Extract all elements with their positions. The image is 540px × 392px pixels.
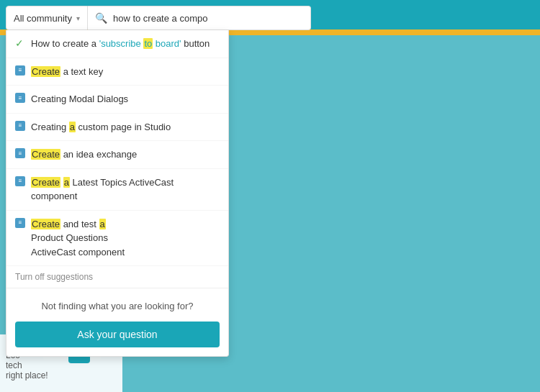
search-bar: All community ▾ 🔍 xyxy=(0,6,540,30)
chevron-down-icon: ▾ xyxy=(76,14,80,22)
bottom-line-3: tech xyxy=(6,360,117,370)
doc-icon: ≡ xyxy=(15,218,25,228)
turn-off-suggestions[interactable]: Turn off suggestions xyxy=(6,266,228,288)
not-finding-section: Not finding what you are looking for? As… xyxy=(6,288,228,356)
result-text: How to create a 'subscribe to board' but… xyxy=(31,37,210,51)
search-input[interactable] xyxy=(113,13,303,24)
doc-icon: ≡ xyxy=(15,121,25,131)
search-icon: 🔍 xyxy=(95,12,107,24)
search-result-item[interactable]: ≡ Create an idea exchange xyxy=(6,141,228,169)
search-result-item[interactable]: ≡ Create a text key xyxy=(6,58,228,86)
search-result-item[interactable]: ≡ Create and test a Product Questions Ac… xyxy=(6,211,228,267)
filter-label: All community xyxy=(14,13,72,24)
result-text: Create a text key xyxy=(31,65,103,79)
doc-icon: ≡ xyxy=(15,148,25,158)
dropdown-results-list[interactable]: ✓ How to create a 'subscribe to board' b… xyxy=(6,30,228,266)
bottom-line-4: right place! xyxy=(6,370,117,380)
result-text: Creating a custom page in Studio xyxy=(31,120,171,135)
filter-dropdown-button[interactable]: All community ▾ xyxy=(6,6,88,30)
search-result-item[interactable]: ≡ Create a Latest Topics ActiveCast comp… xyxy=(6,169,228,211)
doc-icon: ≡ xyxy=(15,176,25,186)
result-text: Creating Modal Dialogs xyxy=(31,92,128,106)
search-dropdown: ✓ How to create a 'subscribe to board' b… xyxy=(6,30,229,357)
doc-icon: ≡ xyxy=(15,93,25,103)
search-input-wrapper: 🔍 xyxy=(88,6,311,30)
result-text: Create and test a Product Questions Acti… xyxy=(31,217,125,260)
search-result-item[interactable]: ≡ Creating Modal Dialogs xyxy=(6,86,228,114)
check-icon: ✓ xyxy=(15,37,25,49)
search-result-item[interactable]: ≡ Creating a custom page in Studio xyxy=(6,114,228,142)
result-text: Create an idea exchange xyxy=(31,147,137,162)
ask-question-button[interactable]: Ask your question xyxy=(15,322,220,347)
not-finding-text: Not finding what you are looking for? xyxy=(15,300,220,313)
doc-icon: ≡ xyxy=(15,65,25,76)
search-result-item[interactable]: ✓ How to create a 'subscribe to board' b… xyxy=(6,30,228,58)
result-text: Create a Latest Topics ActiveCast compon… xyxy=(31,176,220,204)
